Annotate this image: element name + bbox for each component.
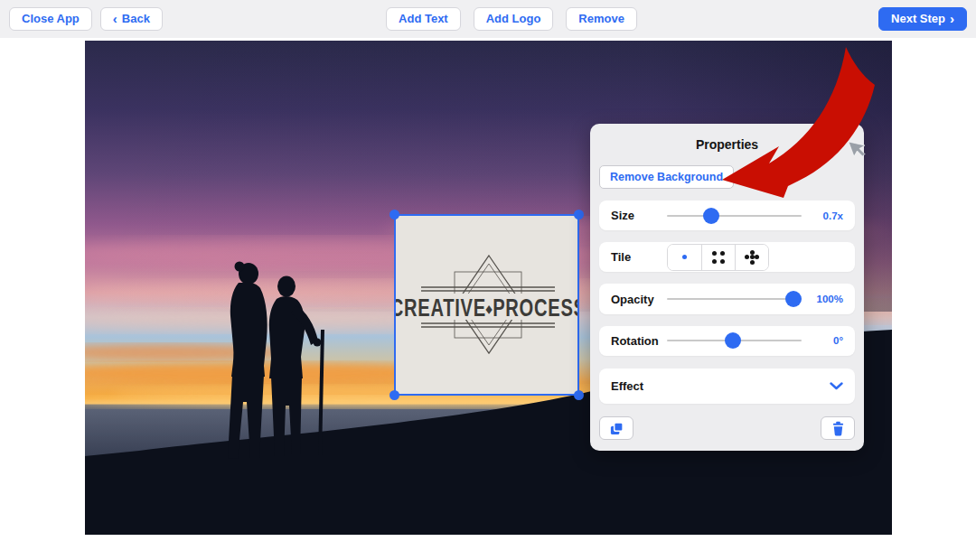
- chevron-down-icon: [830, 382, 843, 390]
- size-value: 0.7x: [811, 210, 843, 221]
- effect-label: Effect: [611, 379, 667, 393]
- resize-handle-top-right[interactable]: [574, 210, 584, 219]
- add-logo-label: Add Logo: [486, 13, 541, 25]
- back-label: Back: [122, 13, 150, 25]
- panel-footer: [599, 416, 855, 440]
- rotation-slider[interactable]: [667, 332, 802, 349]
- five-dots-icon: [745, 250, 759, 265]
- close-app-label: Close App: [22, 13, 80, 25]
- opacity-row: Opacity 100%: [599, 284, 855, 313]
- resize-handle-top-left[interactable]: [389, 210, 399, 219]
- resize-handle-bottom-left[interactable]: [389, 390, 399, 400]
- tile-option-five-dots[interactable]: [735, 245, 768, 270]
- app-window: Close App ‹ Back Add Text Add Logo Remov…: [0, 0, 976, 560]
- size-slider[interactable]: [667, 208, 802, 224]
- remove-background-button[interactable]: Remove Background: [599, 165, 734, 189]
- opacity-value: 100%: [811, 294, 843, 304]
- toolbar: Close App ‹ Back Add Text Add Logo Remov…: [0, 0, 976, 38]
- size-slider-thumb[interactable]: [703, 208, 719, 224]
- close-app-button[interactable]: Close App: [9, 7, 92, 31]
- four-dots-icon: [712, 251, 725, 264]
- back-button[interactable]: ‹ Back: [100, 7, 163, 31]
- tile-row: Tile: [599, 242, 855, 272]
- panel-title: Properties: [599, 137, 855, 152]
- size-slider-track[interactable]: [667, 215, 802, 217]
- opacity-slider[interactable]: [667, 291, 802, 307]
- toolbar-center-group: Add Text Add Logo Remove: [386, 7, 637, 31]
- delete-button[interactable]: [821, 416, 855, 440]
- opacity-label: Opacity: [611, 293, 667, 306]
- tile-option-single-dot[interactable]: [668, 245, 701, 270]
- remove-button[interactable]: Remove: [566, 7, 637, 31]
- creative-process-logo: CREATIVE◆PROCESS: [396, 216, 577, 394]
- logo-text-right: PROCESS: [493, 294, 577, 322]
- opacity-slider-track[interactable]: [667, 298, 802, 300]
- tile-label: Tile: [611, 250, 667, 264]
- size-row: Size 0.7x: [599, 201, 855, 230]
- copy-icon: [609, 421, 624, 436]
- opacity-slider-thumb[interactable]: [785, 291, 802, 307]
- chevron-left-icon: ‹: [113, 14, 117, 24]
- logo-text-left: CREATIVE: [396, 294, 486, 322]
- rotation-value: 0°: [811, 335, 843, 346]
- single-dot-icon: [682, 255, 687, 259]
- effect-dropdown[interactable]: Effect: [599, 369, 855, 404]
- rotation-slider-thumb[interactable]: [725, 332, 741, 349]
- rotation-row: Rotation 0°: [599, 326, 855, 356]
- properties-panel: Properties Remove Background Size 0.7x T…: [590, 124, 864, 451]
- next-step-button[interactable]: Next Step ›: [878, 7, 967, 31]
- logo-selection-box[interactable]: CREATIVE◆PROCESS: [394, 214, 579, 396]
- rotation-label: Rotation: [611, 334, 667, 348]
- size-label: Size: [611, 209, 667, 222]
- add-text-label: Add Text: [399, 13, 448, 25]
- tile-segmented-control: [667, 244, 769, 271]
- toolbar-left-group: Close App ‹ Back: [9, 7, 163, 31]
- chevron-right-icon: ›: [950, 14, 954, 24]
- duplicate-button[interactable]: [599, 416, 633, 440]
- add-logo-button[interactable]: Add Logo: [474, 7, 554, 31]
- remove-label: Remove: [578, 13, 624, 25]
- logo-separator: ◆: [485, 303, 493, 315]
- resize-handle-bottom-right[interactable]: [574, 390, 584, 400]
- trash-icon: [831, 421, 845, 436]
- tile-option-four-dots[interactable]: [701, 245, 735, 270]
- add-text-button[interactable]: Add Text: [386, 7, 461, 31]
- next-step-label: Next Step: [891, 13, 945, 25]
